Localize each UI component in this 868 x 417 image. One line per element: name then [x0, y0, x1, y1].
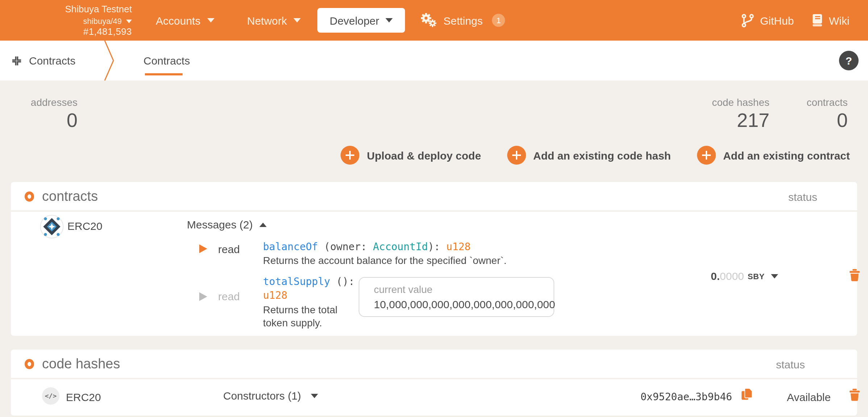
stat-addresses-value: 0: [27, 110, 78, 131]
messages-toggle-label: Messages (2): [187, 218, 253, 231]
stat-addresses-label: addresses: [27, 96, 78, 108]
chevron-down-icon: [293, 18, 301, 22]
message-signature-balanceof: balanceOf (owner: AccountId): u128: [263, 241, 471, 252]
gears-icon: [421, 13, 437, 28]
contract-row: ERC20 Messages (2) read balanceOf (owner…: [11, 212, 857, 336]
app-title: Contracts: [29, 54, 75, 67]
current-value-label: current value: [374, 284, 433, 295]
contract-name: ERC20: [67, 220, 103, 232]
message-doc: Returns the total token supply.: [263, 303, 344, 330]
code-branch-icon: [741, 13, 754, 27]
code-hashes-section-title: code hashes: [42, 356, 120, 372]
add-existing-code-hash-label: Add an existing code hash: [533, 149, 671, 161]
chevron-down-icon: [386, 18, 393, 22]
help-button[interactable]: ?: [839, 51, 859, 70]
code-hashes-table: code hashes status </> ERC20 Constructor…: [11, 350, 857, 416]
message-signature-totalsupply: totalSupply ():: [263, 276, 355, 287]
tabs-bar: Contracts Contracts ?: [0, 41, 868, 80]
actions-row: Upload & deploy code Add an existing cod…: [0, 131, 868, 165]
stat-code-hashes: code hashes 217: [712, 96, 769, 131]
menu-network[interactable]: Network: [247, 0, 301, 41]
top-menu-bar: Shibuya Testnet shibuya/49 #1,481,593 Ac…: [0, 0, 868, 41]
contract-identicon: [40, 215, 64, 239]
breadcrumb: Contracts: [12, 41, 75, 80]
chevron-down-icon: [207, 18, 214, 22]
contracts-table-header: contracts status: [11, 182, 857, 212]
code-hashes-table-header: code hashes status: [11, 350, 857, 379]
stat-contracts: contracts 0: [806, 96, 848, 131]
contracts-table: contracts status ERC20 Messages (2) re: [11, 182, 857, 336]
method-name: balanceOf: [263, 241, 318, 252]
current-value: 10,000,000,000,000,000,000,000,000: [374, 298, 555, 310]
add-existing-contract-label: Add an existing contract: [723, 149, 850, 161]
status-column-header: status: [776, 358, 805, 371]
code-hash-status: Available: [787, 391, 831, 403]
stat-code-hashes-label: code hashes: [712, 96, 769, 108]
active-tab-underline: [145, 73, 183, 75]
section-dot-icon: [25, 359, 34, 369]
code-hash-name: ERC20: [66, 391, 101, 403]
chain-name: Shibuya Testnet: [6, 4, 132, 16]
menu-accounts-label: Accounts: [156, 14, 200, 26]
github-link[interactable]: GitHub: [741, 0, 794, 41]
stat-contracts-value: 0: [806, 110, 848, 131]
code-hash-row: </> ERC20 Constructors (1) 0x9520ae…3b9b…: [11, 379, 857, 416]
balance-unit: SBY: [748, 272, 765, 280]
plus-icon: [507, 146, 526, 165]
execute-read-button-disabled[interactable]: [199, 292, 207, 301]
chain-selector[interactable]: Shibuya Testnet shibuya/49 #1,481,593: [6, 4, 132, 38]
balance-whole: 0.: [711, 270, 720, 282]
balance-denomination-dropdown[interactable]: 0. 0000 SBY: [711, 270, 779, 282]
contracts-section-title: contracts: [42, 188, 98, 204]
add-existing-code-hash-button[interactable]: Add an existing code hash: [507, 146, 671, 165]
message-doc: Returns the account balance for the spec…: [263, 254, 506, 267]
copy-icon[interactable]: [741, 388, 753, 400]
return-type: u128: [263, 289, 287, 301]
menu-developer-label: Developer: [330, 14, 379, 26]
stat-addresses: addresses 0: [27, 96, 78, 131]
signature-close: ):: [428, 241, 446, 252]
compress-icon: [12, 55, 22, 66]
execute-read-button[interactable]: [199, 244, 207, 253]
breadcrumb-separator: [104, 41, 115, 80]
return-type: u128: [446, 241, 471, 252]
delete-contract-button[interactable]: [849, 269, 860, 281]
method-name: totalSupply: [263, 276, 330, 287]
read-action-label[interactable]: read: [218, 243, 240, 255]
delete-code-hash-button[interactable]: [849, 389, 860, 401]
messages-toggle[interactable]: Messages (2): [187, 218, 267, 231]
menu-developer-active[interactable]: Developer: [317, 8, 405, 33]
wiki-label: Wiki: [829, 14, 850, 26]
menu-accounts[interactable]: Accounts: [156, 0, 214, 41]
chevron-down-icon: [771, 274, 779, 278]
section-dot-icon: [25, 191, 34, 201]
chevron-up-icon: [259, 222, 267, 227]
status-column-header: status: [788, 191, 817, 203]
constructors-toggle[interactable]: Constructors (1): [223, 389, 318, 402]
plus-icon: [697, 146, 716, 165]
upload-deploy-code-button[interactable]: Upload & deploy code: [341, 146, 481, 165]
current-value-output: current value 10,000,000,000,000,000,000…: [359, 277, 554, 317]
stat-code-hashes-value: 217: [712, 110, 769, 131]
book-icon: [811, 14, 823, 27]
upload-deploy-code-label: Upload & deploy code: [367, 149, 481, 161]
constructors-toggle-label: Constructors (1): [223, 389, 301, 402]
menu-network-label: Network: [247, 14, 287, 26]
signature-args: ():: [330, 276, 354, 287]
plus-icon: [341, 146, 360, 165]
balance-decimals: 0000: [720, 270, 744, 282]
wiki-link[interactable]: Wiki: [811, 0, 850, 41]
chain-spec: shibuya/49: [83, 16, 122, 26]
settings-badge: 1: [492, 14, 505, 27]
app-window: Shibuya Testnet shibuya/49 #1,481,593 Ac…: [0, 0, 868, 417]
chevron-down-icon: [310, 393, 318, 398]
menu-settings[interactable]: Settings 1: [421, 0, 505, 41]
github-label: GitHub: [760, 14, 794, 26]
code-hash-value: 0x9520ae…3b9b46: [640, 391, 732, 402]
read-action-label-disabled[interactable]: read: [218, 290, 240, 302]
add-existing-contract-button[interactable]: Add an existing contract: [697, 146, 850, 165]
summary-bar: addresses 0 code hashes 217 contracts 0: [0, 80, 868, 131]
menu-settings-label: Settings: [443, 14, 483, 26]
param-type: AccountId: [373, 241, 428, 252]
stat-contracts-label: contracts: [806, 96, 848, 108]
